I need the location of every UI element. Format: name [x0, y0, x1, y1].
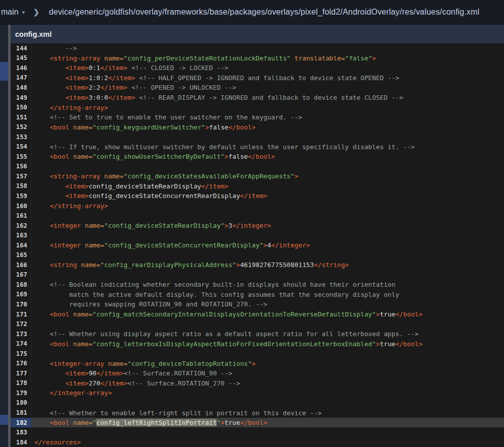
code-text: <!-- Whether to enable left-right split …: [31, 408, 322, 418]
line-number[interactable]: 181: [11, 408, 31, 418]
code-line: 180: [11, 398, 504, 408]
line-number[interactable]: 177: [11, 368, 31, 378]
line-number[interactable]: 162: [11, 221, 31, 231]
code-line: 149 <item>3:0:0</item> <!-- REAR_DISPLAY…: [11, 93, 504, 103]
code-text: [31, 230, 34, 240]
code-line: 161: [11, 211, 504, 221]
line-number[interactable]: 150: [11, 102, 31, 112]
code-text: <!-- If true, show multiuser switcher by…: [31, 142, 415, 152]
code-line: 145 <string-array name="config_perDevice…: [11, 53, 504, 63]
code-text: <integer name="config_deviceStateRearDis…: [31, 221, 271, 231]
line-number[interactable]: 160: [11, 201, 31, 211]
line-number[interactable]: 180: [11, 398, 31, 408]
line-number[interactable]: 147: [11, 73, 31, 83]
code-text: [31, 349, 34, 359]
code-line: 174 <bool name="config_letterboxIsDispla…: [11, 339, 504, 349]
code-line: 148 <item>2:2</item> <!-- OPENED -> UNLO…: [11, 83, 504, 93]
code-line: 181 <!-- Whether to enable left-right sp…: [11, 408, 504, 418]
code-text: <item>90</item><!-- Surface.ROTATION_90 …: [31, 368, 232, 378]
branch-selector[interactable]: main ▾: [1, 8, 25, 17]
code-line: 179 </integer-array>: [11, 388, 504, 398]
code-text: <item>1:0:2</item> <!-- HALF_OPENED -> I…: [31, 73, 399, 83]
line-number[interactable]: 149: [11, 93, 31, 103]
code-line: 147 <item>1:0:2</item> <!-- HALF_OPENED …: [11, 73, 504, 83]
line-number[interactable]: 146: [11, 63, 31, 73]
line-number[interactable]: 154: [11, 142, 31, 152]
code-text: <string-array name="config_deviceStatesA…: [31, 171, 298, 181]
code-text: match the active default display. This c…: [31, 290, 399, 300]
line-number[interactable]: 164: [11, 240, 31, 250]
code-line-selected: 182 <bool name="config_leftRightSplitInP…: [11, 418, 504, 428]
code-line: 164 <integer name="config_deviceStateCon…: [11, 240, 504, 250]
line-number[interactable]: 161: [11, 211, 31, 221]
line-number[interactable]: 151: [11, 112, 31, 122]
code-line: 150 </string-array>: [11, 102, 504, 112]
code-line: 163: [11, 230, 504, 240]
line-number[interactable]: 174: [11, 339, 31, 349]
line-number[interactable]: 178: [11, 378, 31, 389]
code-line: 146 <item>0:1</item> <!-- CLOSED -> LOCK…: [11, 63, 504, 73]
line-number[interactable]: 168: [11, 280, 31, 290]
line-number[interactable]: 175: [11, 349, 31, 359]
code-search-window: main ▾ ❯ device/generic/goldfish/overlay…: [0, 0, 504, 447]
code-text: requires swapping ROTATION_90 and ROTATI…: [31, 299, 267, 309]
line-number[interactable]: 152: [11, 122, 31, 132]
code-line: 166 <string name="config_rearDisplayPhys…: [11, 260, 504, 270]
code-line: 159 <item>config_deviceStateConcurrentRe…: [11, 191, 504, 201]
line-number[interactable]: 165: [11, 250, 31, 260]
line-number[interactable]: 153: [11, 132, 31, 142]
line-number[interactable]: 183: [11, 427, 31, 437]
code-text: <string-array name="config_perDeviceStat…: [31, 53, 376, 63]
code-line: 168 <!-- Boolean indicating whether seco…: [11, 280, 504, 290]
code-text: <integer name="config_deviceStateConcurr…: [31, 240, 310, 250]
code-line: 144 -->: [11, 43, 504, 53]
branch-name: main: [1, 8, 19, 17]
code-line: 183: [11, 427, 504, 437]
code-text: </integer-array>: [31, 388, 112, 398]
code-text: [31, 132, 34, 142]
line-number[interactable]: 171: [11, 309, 31, 320]
code-line: 175: [11, 349, 504, 359]
line-number[interactable]: 170: [11, 299, 31, 309]
line-number[interactable]: 176: [11, 359, 31, 369]
line-number[interactable]: 179: [11, 388, 31, 398]
line-number[interactable]: 158: [11, 181, 31, 191]
line-number[interactable]: 184: [11, 437, 31, 447]
code-text: [31, 162, 34, 172]
code-area[interactable]: 144 -->145 <string-array name="config_pe…: [11, 43, 504, 447]
line-number[interactable]: 145: [11, 53, 31, 63]
code-text: [31, 270, 34, 280]
line-number[interactable]: 169: [11, 290, 31, 300]
line-number[interactable]: 166: [11, 260, 31, 270]
line-number[interactable]: 148: [11, 83, 31, 93]
line-number[interactable]: 182: [11, 418, 31, 428]
code-line: 152 <bool name="config_keyguardUserSwitc…: [11, 122, 504, 132]
line-number[interactable]: 173: [11, 329, 31, 339]
code-text: <item>2:2</item> <!-- OPENED -> UNLOCKED…: [31, 83, 236, 93]
code-text: </string-array>: [31, 102, 108, 112]
code-text: <!-- Whether using display aspect ratio …: [31, 329, 419, 339]
line-number[interactable]: 156: [11, 162, 31, 172]
scrollbar-rail[interactable]: [8, 24, 11, 447]
code-line: 158 <item>config_deviceStateRearDisplay<…: [11, 181, 504, 191]
line-number[interactable]: 167: [11, 270, 31, 280]
code-text: </string-array>: [31, 201, 108, 211]
breadcrumb: main ▾ ❯ device/generic/goldfish/overlay…: [0, 0, 504, 25]
line-number[interactable]: 163: [11, 230, 31, 240]
line-number[interactable]: 144: [11, 43, 31, 53]
line-number[interactable]: 157: [11, 171, 31, 181]
line-number[interactable]: 172: [11, 319, 31, 329]
code-text: <item>config_deviceStateConcurrentRearDi…: [31, 191, 267, 201]
code-line: 153: [11, 132, 504, 142]
code-line: 178 <item>270</item><!-- Surface.ROTATIO…: [11, 378, 504, 389]
line-number[interactable]: 155: [11, 152, 31, 162]
code-line: 155 <bool name="config_showUserSwitcherB…: [11, 152, 504, 162]
breadcrumb-path[interactable]: device/generic/goldfish/overlay/framewor…: [49, 8, 479, 17]
code-line: 165: [11, 250, 504, 260]
breadcrumb-chevron-icon: ❯: [33, 8, 39, 16]
line-number[interactable]: 159: [11, 191, 31, 201]
code-line: 170 requires swapping ROTATION_90 and RO…: [11, 299, 504, 309]
code-line: 173 <!-- Whether using display aspect ra…: [11, 329, 504, 339]
code-text: [31, 211, 34, 221]
file-panel: config.xml 144 -->145 <string-array name…: [11, 24, 504, 447]
